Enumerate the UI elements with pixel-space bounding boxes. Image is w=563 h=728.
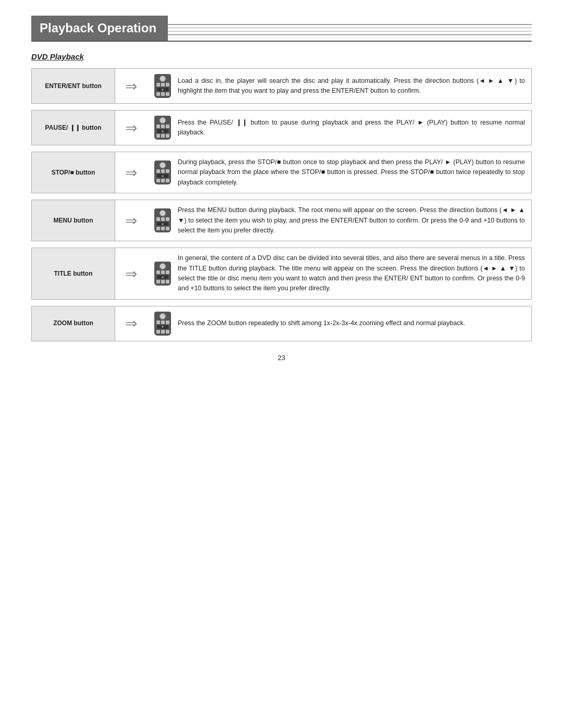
title-banner: Playback Operation	[31, 16, 532, 42]
op-content-pause: Press the PAUSE/ ❙❙ button to pause duri…	[146, 110, 531, 145]
remote-btn-row-2	[156, 92, 169, 96]
remote-sm-btn-6	[166, 92, 169, 96]
remote-top-btn	[160, 263, 166, 269]
remote-sm-btn-5	[161, 280, 165, 283]
remote-sm-btn-4	[156, 330, 160, 334]
op-content-menu: Press the MENU button during playback. T…	[146, 200, 531, 241]
remote-illustration-menu	[153, 208, 173, 232]
remote-mid-dot	[162, 89, 164, 91]
remote-sm-btn-5	[161, 227, 165, 230]
remote-illustration-pause	[153, 116, 173, 140]
op-content-title: In general, the content of a DVD disc ca…	[146, 248, 531, 299]
op-arrow-title: ⇒	[115, 248, 146, 299]
op-content-stop: During playback, press the STOP/■ button…	[146, 152, 531, 193]
remote-illustration-stop	[153, 161, 173, 184]
deco-line-2	[168, 27, 532, 29]
op-arrow-pause: ⇒	[115, 110, 146, 145]
remote-body	[154, 116, 171, 140]
remote-sm-btn-4	[156, 227, 160, 230]
op-row-stop: STOP/■ button⇒ During playback, press th…	[31, 152, 532, 193]
remote-sm-btn-2	[161, 125, 165, 128]
op-label-title: TITLE button	[32, 248, 115, 299]
remote-illustration-zoom	[153, 312, 173, 336]
op-text-stop: During playback, press the STOP/■ button…	[178, 157, 525, 188]
title-decoration-lines	[168, 17, 532, 41]
op-label-pause: PAUSE/ ❙❙ button	[32, 110, 115, 145]
remote-sm-btn-1	[156, 320, 160, 324]
op-row-title: TITLE button⇒ In general, the content of…	[31, 248, 532, 300]
deco-line-5	[168, 38, 532, 39]
remote-sm-btn-2	[161, 320, 165, 324]
remote-sm-btn-1	[156, 83, 160, 87]
remote-sm-btn-5	[161, 179, 165, 182]
remote-btn-row-1	[156, 320, 169, 324]
remote-sm-btn-3	[166, 169, 169, 173]
op-label-enter-ent: ENTER/ENT button	[32, 69, 115, 103]
remote-sm-btn-6	[166, 227, 169, 230]
remote-illustration-title	[153, 262, 173, 286]
remote-btn-row-2	[156, 330, 169, 334]
remote-mid-dot	[162, 223, 164, 225]
remote-mid-dot	[162, 130, 164, 132]
remote-mid-btn	[157, 222, 168, 226]
remote-mid-btn	[157, 88, 168, 91]
remote-sm-btn-6	[166, 179, 169, 182]
page-header: Playback Operation	[31, 16, 532, 42]
remote-btn-row-1	[156, 217, 169, 221]
op-row-enter-ent: ENTER/ENT button⇒ Load a disc in, the pl…	[31, 68, 532, 104]
op-text-menu: Press the MENU button during playback. T…	[178, 205, 525, 236]
op-label-text-title: TITLE button	[54, 269, 93, 278]
remote-sm-btn-2	[161, 83, 165, 87]
op-label-text-stop: STOP/■ button	[52, 168, 95, 177]
remote-btn-row-2	[156, 227, 169, 230]
remote-btn-row-1	[156, 169, 169, 173]
remote-top-btn	[160, 76, 166, 82]
remote-btn-row-2	[156, 179, 169, 182]
remote-top-btn	[160, 210, 166, 216]
remote-btn-row-1	[156, 270, 169, 274]
op-label-text-enter-ent: ENTER/ENT button	[45, 82, 102, 91]
op-label-zoom: ZOOM button	[32, 306, 115, 341]
op-content-zoom: Press the ZOOM button repeatedly to shif…	[146, 306, 531, 341]
remote-mid-dot	[162, 175, 164, 177]
remote-sm-btn-3	[166, 83, 169, 87]
remote-sm-btn-5	[161, 330, 165, 334]
op-label-text-zoom: ZOOM button	[53, 319, 93, 328]
remote-sm-btn-1	[156, 125, 160, 128]
remote-btn-row-1	[156, 125, 169, 128]
remote-mid-btn	[157, 174, 168, 178]
op-row-zoom: ZOOM button⇒ Press the ZOOM button repea…	[31, 306, 532, 341]
remote-sm-btn-5	[161, 92, 165, 96]
remote-sm-btn-2	[161, 169, 165, 173]
op-content-enter-ent: Load a disc in, the player will search t…	[146, 69, 531, 103]
remote-top-btn	[160, 117, 166, 124]
remote-btn-row-2	[156, 280, 169, 283]
remote-sm-btn-2	[161, 217, 165, 221]
page-title: Playback Operation	[40, 21, 156, 35]
remote-sm-btn-1	[156, 169, 160, 173]
op-arrow-menu: ⇒	[115, 200, 146, 241]
remote-body	[154, 312, 171, 336]
remote-illustration-enter-ent	[153, 74, 173, 98]
remote-body	[154, 208, 171, 232]
remote-btn-row-2	[156, 134, 169, 138]
op-arrow-zoom: ⇒	[115, 306, 146, 341]
remote-body	[154, 161, 171, 184]
remote-sm-btn-4	[156, 92, 160, 96]
remote-top-btn	[160, 313, 166, 319]
remote-sm-btn-6	[166, 330, 169, 334]
remote-sm-btn-1	[156, 270, 160, 274]
title-background: Playback Operation	[31, 16, 168, 41]
deco-line-4	[168, 34, 532, 35]
remote-btn-row-1	[156, 83, 169, 87]
remote-sm-btn-4	[156, 280, 160, 283]
remote-sm-btn-3	[166, 125, 169, 128]
arrow-icon-menu: ⇒	[125, 212, 137, 229]
remote-body	[154, 74, 171, 98]
op-arrow-stop: ⇒	[115, 152, 146, 193]
op-row-menu: MENU button⇒ Press the MENU button durin…	[31, 200, 532, 241]
op-label-text-pause: PAUSE/ ❙❙ button	[45, 124, 102, 132]
remote-body	[154, 262, 171, 286]
deco-line-1	[168, 24, 532, 26]
remote-sm-btn-3	[166, 217, 169, 221]
